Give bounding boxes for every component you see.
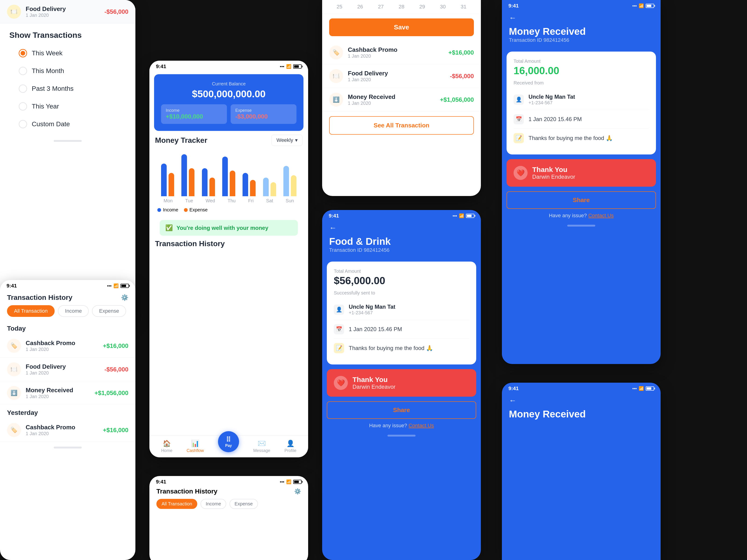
tx-name: Money Received bbox=[348, 93, 435, 101]
status-bar: 9:41 ▪▪▪ 📶 bbox=[502, 383, 661, 393]
cal-31[interactable]: 31 bbox=[461, 4, 466, 10]
income-bar-sun bbox=[283, 166, 289, 196]
page-title: Transaction History bbox=[7, 294, 72, 301]
income-bar-tue bbox=[181, 154, 187, 196]
tx-food[interactable]: 🍽️ Food Delivery 1 Jan 2020 -$56,000 bbox=[0, 358, 135, 381]
tx-info: Cashback Promo 1 Jan 2020 bbox=[348, 46, 444, 59]
radio-this-year[interactable] bbox=[19, 102, 27, 111]
tx-amount: +$16,000 bbox=[448, 49, 474, 56]
expense-bar-mon bbox=[169, 173, 174, 196]
note-text: Thanks for buying me the food 🙏 bbox=[529, 135, 613, 141]
tracker-header: Money Tracker Weekly ▾ bbox=[155, 135, 303, 146]
save-button[interactable]: Save bbox=[329, 19, 474, 36]
option-this-week[interactable]: This Week bbox=[9, 44, 126, 62]
thank-you-subtitle: Darwin Endeavor bbox=[532, 174, 575, 180]
screen-food-drink-detail: 9:41 ▪▪▪ 📶 ← Food & Drink Transaction ID… bbox=[322, 210, 481, 560]
day-wed: Wed bbox=[206, 198, 215, 204]
day-sat: Sat bbox=[266, 198, 273, 204]
option-this-year[interactable]: This Year bbox=[9, 98, 126, 115]
nav-cashflow-label: Cashflow bbox=[186, 448, 204, 453]
cal-29[interactable]: 29 bbox=[419, 4, 425, 10]
tx-info: Cashback Promo 1 Jan 2020 bbox=[26, 424, 98, 436]
issue-section: Have any issue? Contact Us bbox=[322, 419, 481, 432]
profile-icon: 👤 bbox=[286, 439, 294, 447]
time: 9:41 bbox=[6, 283, 17, 289]
tx-money-received[interactable]: ⬇️ Money Received 1 Jan 2020 +$1,056,000 bbox=[0, 381, 135, 405]
heart-icon: ❤️ bbox=[514, 166, 527, 180]
see-all-button[interactable]: See All Transaction bbox=[329, 116, 474, 135]
filter-all[interactable]: All Transaction bbox=[7, 305, 55, 317]
filter-expense[interactable]: Expense bbox=[229, 499, 258, 509]
radio-this-week[interactable] bbox=[19, 49, 27, 57]
share-button[interactable]: Share bbox=[507, 191, 656, 209]
screen-title: Money Received bbox=[509, 26, 654, 37]
radio-past-3[interactable] bbox=[19, 84, 27, 93]
back-button[interactable]: ← bbox=[329, 223, 474, 232]
signal-icon: ▪▪▪ bbox=[280, 480, 284, 484]
person-icon: 👤 bbox=[334, 304, 344, 315]
filter-expense[interactable]: Expense bbox=[92, 305, 126, 317]
recipient-phone: +1-234-567 bbox=[529, 100, 575, 105]
cal-30[interactable]: 30 bbox=[440, 4, 446, 10]
tx-date: 1 Jan 2020 bbox=[26, 370, 100, 376]
tx-food-delivery[interactable]: 🍽️ Food Delivery 1 Jan 2020 -$56,000 bbox=[322, 64, 481, 88]
cal-28[interactable]: 28 bbox=[399, 4, 404, 10]
filter-icon[interactable]: ⚙️ bbox=[121, 294, 128, 301]
thank-you-card: ❤️ Thank You Darwin Endeavor bbox=[507, 159, 656, 187]
wifi-icon: 📶 bbox=[113, 283, 119, 288]
show-transactions-section: Show Transactions This Week This Month P… bbox=[0, 24, 135, 133]
cashback-icon-2: 🏷️ bbox=[7, 423, 21, 437]
history-header: Transaction History ⚙️ bbox=[0, 290, 135, 305]
option-custom-date[interactable]: Custom Date bbox=[9, 115, 126, 133]
share-button[interactable]: Share bbox=[327, 401, 476, 419]
detail-card: Total Amount $56,000.00 Successfully sen… bbox=[327, 262, 476, 365]
filter-icon[interactable]: ⚙️ bbox=[294, 488, 301, 495]
total-label: Total Amount bbox=[514, 59, 649, 64]
radio-custom-date[interactable] bbox=[19, 120, 27, 128]
expense-bar-sat bbox=[271, 182, 276, 196]
status-bar: 9:41 ▪▪▪ 📶 bbox=[502, 0, 661, 10]
filter-all[interactable]: All Transaction bbox=[156, 499, 197, 509]
bar-fri bbox=[242, 173, 256, 196]
nav-message-label: Message bbox=[253, 448, 270, 453]
radio-this-month[interactable] bbox=[19, 67, 27, 75]
cal-25[interactable]: 25 bbox=[337, 4, 342, 10]
cal-27[interactable]: 27 bbox=[378, 4, 384, 10]
cal-26[interactable]: 26 bbox=[357, 4, 363, 10]
status-bar: 9:41 ▪▪▪ 📶 bbox=[149, 61, 308, 71]
filter-income[interactable]: Income bbox=[201, 499, 226, 509]
wifi-icon: 📶 bbox=[286, 64, 291, 69]
balance-value: $500,000,000.00 bbox=[161, 88, 297, 100]
expense-stat: Expense -$3,000,000 bbox=[231, 104, 297, 124]
option-this-month[interactable]: This Month bbox=[9, 62, 126, 80]
nav-home[interactable]: 🏠 Home bbox=[161, 439, 172, 453]
expense-bar-wed bbox=[209, 178, 215, 196]
period-dropdown[interactable]: Weekly ▾ bbox=[272, 135, 303, 146]
transaction-id: Transaction ID 982412456 bbox=[509, 37, 654, 43]
time: 9:41 bbox=[329, 213, 339, 219]
income-bar-mon bbox=[161, 164, 167, 196]
nav-cashflow[interactable]: 📊 Cashflow bbox=[186, 439, 204, 453]
filter-chips: All Transaction Income Expense bbox=[0, 305, 135, 321]
datetime-value: 1 Jan 2020 15.46 PM bbox=[529, 116, 582, 123]
filter-income[interactable]: Income bbox=[58, 305, 89, 317]
tx-money-received[interactable]: ⬇️ Money Received 1 Jan 2020 +$1,056,000 bbox=[322, 88, 481, 111]
time: 9:41 bbox=[509, 3, 519, 9]
tx-cashback-yesterday[interactable]: 🏷️ Cashback Promo 1 Jan 2020 +$16,000 bbox=[0, 418, 135, 442]
contact-us-link[interactable]: Contact Us bbox=[409, 423, 434, 428]
back-button[interactable]: ← bbox=[509, 396, 654, 405]
option-past-3-months[interactable]: Past 3 Months bbox=[9, 80, 126, 98]
success-message: You're doing well with your money bbox=[177, 225, 268, 231]
status-icons: ▪▪▪ 📶 bbox=[107, 283, 129, 288]
tx-date: 1 Jan 2020 bbox=[348, 101, 435, 106]
pay-fab-button[interactable]: ⠿ Pay bbox=[218, 431, 239, 452]
nav-message[interactable]: ✉️ Message bbox=[253, 439, 270, 453]
transaction-info: Food Delivery 1 Jan 2020 bbox=[26, 5, 100, 18]
contact-us-link[interactable]: Contact Us bbox=[588, 213, 614, 218]
back-button[interactable]: ← bbox=[509, 14, 654, 22]
nav-profile[interactable]: 👤 Profile bbox=[285, 439, 297, 453]
tx-cashback[interactable]: 🏷️ Cashback Promo 1 Jan 2020 +$16,000 bbox=[0, 334, 135, 358]
calendar-strip: 25 26 27 28 29 30 31 bbox=[322, 0, 481, 14]
wifi-icon: 📶 bbox=[639, 386, 644, 391]
tx-cashback-promo[interactable]: 🏷️ Cashback Promo 1 Jan 2020 +$16,000 bbox=[322, 41, 481, 64]
